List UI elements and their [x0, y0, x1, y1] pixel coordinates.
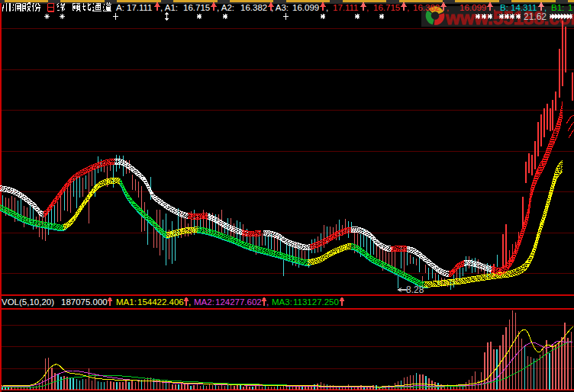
- svg-text:,: ,: [407, 3, 409, 12]
- svg-text:,: ,: [266, 297, 269, 307]
- svg-text:154422.406: 154422.406: [137, 297, 184, 307]
- svg-text:113127.250: 113127.250: [293, 297, 339, 307]
- svg-text:MA1:: MA1:: [116, 297, 137, 307]
- svg-text:1: 1: [568, 3, 572, 12]
- svg-text:, A2:: , A2:: [217, 3, 234, 12]
- svg-text:16.099: 16.099: [460, 3, 486, 12]
- svg-text:VOL(5,10,20): VOL(5,10,20): [2, 297, 54, 307]
- svg-text:14.311: 14.311: [511, 3, 537, 12]
- svg-text:16.382: 16.382: [413, 3, 440, 12]
- svg-text:21.62: 21.62: [524, 11, 547, 22]
- svg-text:MA3:: MA3:: [272, 297, 292, 307]
- svg-text:16.382: 16.382: [240, 3, 267, 12]
- svg-text:,: ,: [366, 3, 369, 12]
- svg-text:, A1:: , A1:: [160, 3, 178, 12]
- svg-text:, A3:: , A3:: [271, 3, 289, 12]
- svg-text:187075.000: 187075.000: [61, 297, 108, 307]
- svg-text:,: ,: [189, 297, 191, 307]
- svg-text:16.715: 16.715: [183, 3, 210, 12]
- svg-text:124277.602: 124277.602: [215, 297, 262, 307]
- svg-text:,: ,: [544, 3, 547, 12]
- svg-text:8.28: 8.28: [406, 284, 424, 295]
- svg-text:,: ,: [326, 3, 328, 12]
- svg-text:MA2:: MA2:: [194, 297, 214, 307]
- svg-text:16.099: 16.099: [292, 3, 319, 12]
- svg-text:,: ,: [493, 3, 495, 12]
- svg-text:A:: A:: [116, 3, 124, 12]
- svg-text:,: ,: [447, 3, 449, 12]
- svg-text:17.111: 17.111: [333, 3, 358, 12]
- svg-text:17.111: 17.111: [127, 3, 152, 12]
- svg-text:16.715: 16.715: [373, 3, 400, 12]
- svg-text:B:: B:: [500, 3, 508, 12]
- svg-text:B1:: B1:: [551, 3, 564, 12]
